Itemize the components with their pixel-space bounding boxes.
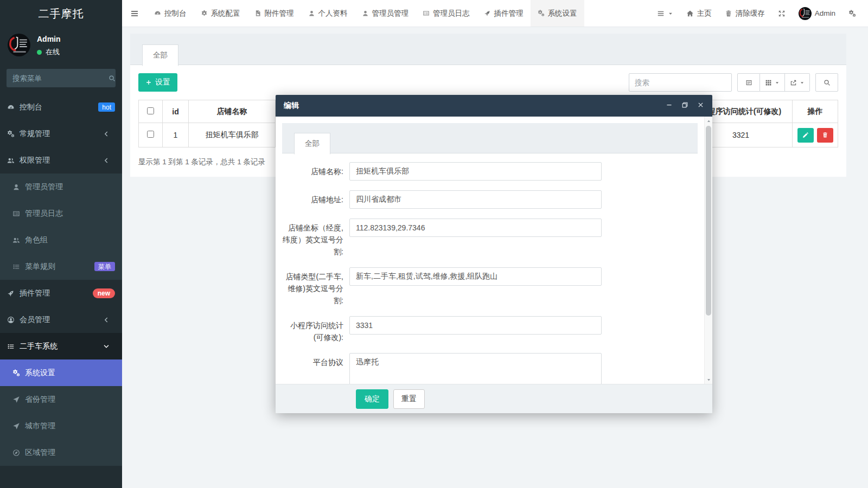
user-panel: Admin 在线 [0,27,122,63]
nav-tab-label: 管理员管理 [372,9,409,18]
list-ul-icon [12,263,25,271]
field-input[interactable] [349,162,602,181]
grid-icon [765,79,772,86]
navbar-tab-list-dropdown[interactable] [650,0,680,27]
navbar-clear-cache[interactable]: 清除缓存 [718,0,771,27]
maximize-button[interactable] [681,101,688,110]
cell-id: 1 [163,123,189,147]
user-status-label: 在线 [46,47,60,57]
nav-tab[interactable]: 管理员日志 [416,0,477,27]
edit-row-button[interactable] [797,128,814,143]
field-input[interactable] [349,267,602,286]
navbar-settings[interactable] [842,0,863,27]
minimize-button[interactable] [666,101,673,110]
sidebar-subitem[interactable]: 区域管理 [0,439,122,466]
user-icon [308,10,315,17]
submenu: 管理员管理管理员日志角色组菜单规则菜单 [0,174,122,280]
panel-tabs: 全部 [130,34,846,65]
sidebar-subitem[interactable]: 城市管理 [0,413,122,439]
modal-tab-all[interactable]: 全部 [294,133,330,155]
delete-row-button[interactable] [817,128,833,143]
sidebar-item[interactable]: 控制台hot [0,94,122,120]
menu-item-label: 控制台 [20,102,98,112]
navbar-home[interactable]: 主页 [680,0,718,27]
confirm-button[interactable]: 确定 [356,389,388,409]
field-label: 店铺类型(二手车,维修)英文逗号分割: [282,267,349,306]
export-icon [790,79,797,86]
scroll-down-icon[interactable] [705,376,712,383]
nav-tab[interactable]: 附件管理 [247,0,301,27]
navbar-user-menu[interactable]: Admin [792,0,842,27]
row-checkbox[interactable] [147,131,154,138]
detail-icon [745,79,752,86]
sidebar-toggle-button[interactable] [122,0,147,27]
nav-tab[interactable]: 控制台 [147,0,194,27]
nav-tab-label: 管理员日志 [433,9,470,18]
sidebar-subitem[interactable]: 菜单规则菜单 [0,253,122,280]
field-input[interactable] [349,190,602,209]
menu-item-label: 权限管理 [20,156,99,165]
add-settings-button[interactable]: 设置 [138,73,177,92]
sidebar-subitem[interactable]: 角色组 [0,227,122,253]
sidebar-subitem[interactable]: 省份管理 [0,386,122,413]
nav-tab[interactable]: 系统设置 [531,0,584,27]
sidebar-item[interactable]: 插件管理new [0,280,122,306]
user-icon [362,10,369,17]
nav-tab-label: 个人资料 [318,9,348,18]
sidebar-item[interactable]: 会员管理 [0,306,122,333]
field-label: 店铺地址: [282,190,349,209]
user-name: Admin [37,35,61,43]
sidebar-menu: 控制台hot常规管理权限管理管理员管理管理员日志角色组菜单规则菜单插件管理new… [0,94,122,466]
nav-tab-label: 附件管理 [265,9,294,18]
plus-icon [145,79,152,86]
navbar-fullscreen[interactable] [771,0,792,27]
file-icon [254,10,261,17]
caret-down-icon [775,80,780,85]
field-textarea[interactable]: 迅摩托 [349,353,602,384]
tab-all[interactable]: 全部 [142,44,178,66]
header-id: id [163,100,189,123]
nav-tab-label: 系统设置 [548,9,577,18]
rocket-icon [484,10,491,17]
menu-item-label: 城市管理 [25,421,115,431]
scrollbar-thumb[interactable] [706,126,711,316]
nav-tab[interactable]: 个人资料 [301,0,355,27]
menu-item-label: 系统设置 [25,368,115,378]
sidebar-subitem[interactable]: 管理员日志 [0,200,122,227]
users-icon [12,236,25,244]
search-toggle-button[interactable] [815,73,838,92]
reset-button[interactable]: 重置 [393,389,425,409]
nav-tab[interactable]: 系统配置 [194,0,247,27]
sidebar-subitem[interactable]: 系统设置 [0,359,122,386]
user-circle-icon [7,316,20,324]
search-icon [824,79,831,86]
scroll-up-icon[interactable] [705,117,712,125]
add-settings-label: 设置 [155,78,170,87]
top-navbar: 控制台系统配置附件管理个人资料管理员管理管理员日志插件管理系统设置 主页清除缓存… [122,0,868,27]
detail-view-button[interactable] [737,73,760,92]
modal-scrollbar[interactable] [704,117,712,384]
sidebar-subitem[interactable]: 管理员管理 [0,174,122,200]
columns-button[interactable] [760,73,785,92]
brand-title: 二手摩托 [0,0,122,27]
field-input[interactable] [349,316,602,335]
menu-search-input[interactable] [12,74,108,82]
modal-titlebar[interactable]: 编辑 [276,95,712,117]
field-label: 小程序访问统计(可修改): [282,316,349,343]
nav-tab[interactable]: 管理员管理 [355,0,416,27]
gauge-icon [154,10,161,17]
form-row: 平台协议迅摩托 [282,353,698,384]
close-button[interactable] [697,101,704,110]
nav-tab[interactable]: 插件管理 [477,0,531,27]
field-input[interactable] [349,219,602,237]
sidebar-item[interactable]: 权限管理 [0,147,122,174]
table-search-input[interactable] [629,73,732,92]
nav-tab-label: 控制台 [164,9,187,18]
header-ops: 操作 [793,100,838,123]
sidebar-item[interactable]: 常规管理 [0,120,122,147]
select-all-checkbox[interactable] [147,107,154,114]
export-button[interactable] [785,73,810,92]
modal-tabs: 全部 [282,123,698,153]
sidebar-item[interactable]: 二手车系统 [0,333,122,359]
chevron-left-icon [103,157,115,164]
